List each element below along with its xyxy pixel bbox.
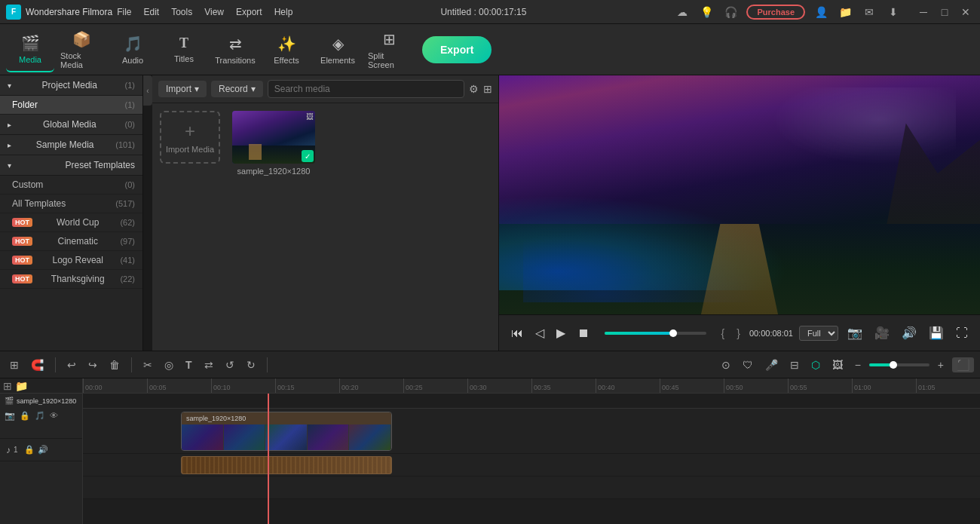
screenshot-icon[interactable]: 📷 — [844, 323, 865, 343]
skip-back-button[interactable]: ⏮ — [508, 323, 526, 343]
menu-export[interactable]: Export — [236, 7, 262, 17]
record-button[interactable]: Record ▾ — [211, 81, 263, 97]
stop-button[interactable]: ⏹ — [574, 323, 593, 343]
custom-item[interactable]: Custom (0) — [0, 176, 142, 195]
cut-button[interactable]: ✂ — [139, 357, 156, 373]
media-thumbnail[interactable]: ✓ 🖼 sample_1920×1280 — [232, 111, 315, 176]
zoom-out-btn[interactable]: − — [851, 357, 865, 373]
lock-track-icon[interactable]: 🔒 — [20, 411, 30, 421]
shield-btn[interactable]: 🛡 — [739, 357, 757, 373]
save-icon[interactable]: 💾 — [926, 323, 947, 343]
speaker-audio-icon[interactable]: 🔊 — [38, 445, 48, 455]
cloud-icon[interactable]: ☁ — [674, 4, 691, 20]
eye-track-icon[interactable]: 👁 — [50, 411, 58, 421]
title-bar: F Wondershare Filmora File Edit Tools Vi… — [0, 0, 980, 24]
download-icon[interactable]: ⬇ — [885, 4, 902, 20]
bracket-out-icon[interactable]: } — [733, 326, 743, 341]
import-media-button[interactable]: + Import Media — [160, 111, 220, 164]
avatar-icon[interactable]: 👤 — [813, 4, 829, 20]
panel-collapse-button[interactable]: ‹ — [143, 75, 152, 106]
menu-tools[interactable]: Tools — [171, 7, 192, 17]
photo-btn[interactable]: 🖼 — [828, 357, 847, 373]
preset-templates-header[interactable]: ▾ Preset Templates — [0, 155, 142, 176]
timeline-toolbar: ⊞ 🧲 ↩ ↪ 🗑 ✂ ◎ T ⇄ ↺ ↻ ⊙ 🛡 🎤 ⊟ ⬡ 🖼 − + ⬛ — [0, 351, 980, 378]
menu-help[interactable]: Help — [274, 7, 293, 17]
world-cup-count: (62) — [120, 218, 135, 227]
project-media-header[interactable]: ▾ Project Media (1) — [0, 75, 142, 96]
playhead[interactable]: ✂ — [268, 394, 269, 524]
progress-bar[interactable] — [605, 332, 706, 335]
text-btn[interactable]: T — [182, 357, 196, 373]
timeline: ⊞ 🧲 ↩ ↪ 🗑 ✂ ◎ T ⇄ ↺ ↻ ⊙ 🛡 🎤 ⊟ ⬡ 🖼 − + ⬛ — [0, 351, 980, 524]
play-button[interactable]: ▶ — [553, 323, 568, 343]
global-media-header[interactable]: ▸ Global Media (0) — [0, 115, 142, 135]
toolbar-titles[interactable]: T Titles — [160, 27, 208, 72]
delete-button[interactable]: 🗑 — [106, 357, 124, 373]
quality-select[interactable]: Full 1/2 1/4 — [799, 326, 838, 341]
import-button[interactable]: Import ▾ — [158, 81, 207, 97]
maximize-button[interactable]: □ — [936, 4, 953, 20]
layout-btn[interactable]: ⊟ — [786, 357, 803, 373]
search-input[interactable] — [268, 80, 464, 98]
transition-btn[interactable]: ⇄ — [201, 357, 217, 373]
headset-icon[interactable]: 🎧 — [722, 4, 739, 20]
toolbar-effects[interactable]: ✨ Effects — [262, 27, 311, 72]
speed-btn[interactable]: ↻ — [243, 357, 259, 373]
all-templates-item[interactable]: All Templates (517) — [0, 195, 142, 213]
zoom-slider[interactable] — [869, 363, 929, 366]
toolbar-split-screen[interactable]: ⊞ Split Screen — [365, 27, 413, 72]
audio-mix-icon[interactable]: 🔊 — [899, 323, 920, 343]
toolbar-media[interactable]: 🎬 Media — [6, 27, 54, 72]
purchase-button[interactable]: Purchase — [746, 5, 805, 20]
timeline-snap-btn[interactable]: 🧲 — [27, 357, 47, 373]
video-clip[interactable]: sample_1920×1280 — [181, 412, 392, 451]
email-icon[interactable]: ✉ — [861, 4, 877, 20]
camera-track-icon[interactable]: 📷 — [5, 411, 15, 421]
toolbar-elements[interactable]: ◈ Elements — [314, 27, 362, 72]
grid-view-icon[interactable]: ⊞ — [483, 83, 492, 95]
camera-icon[interactable]: 🎥 — [871, 323, 893, 343]
world-cup-item[interactable]: HOT World Cup (62) — [0, 213, 142, 232]
logo-reveal-label: Logo Reveal — [53, 255, 103, 265]
logo-reveal-item[interactable]: HOT Logo Reveal (41) — [0, 251, 142, 270]
ai-btn[interactable]: ⬡ — [807, 357, 824, 373]
menu-view[interactable]: View — [204, 7, 224, 17]
timeline-scene-btn[interactable]: ⊞ — [6, 357, 23, 373]
thanksgiving-item[interactable]: HOT Thanksgiving (22) — [0, 270, 142, 289]
toolbar-audio[interactable]: 🎵 Audio — [109, 27, 157, 72]
menu-edit[interactable]: Edit — [144, 7, 160, 17]
lock-audio-icon[interactable]: 🔒 — [24, 445, 35, 455]
folder-icon[interactable]: 📁 — [837, 4, 853, 20]
bracket-in-icon[interactable]: { — [718, 326, 728, 341]
export-button[interactable]: Export — [422, 36, 492, 63]
stock-media-icon: 📦 — [72, 30, 91, 48]
toolbar-transitions[interactable]: ⇄ Transitions — [211, 27, 259, 72]
preview-screen — [499, 75, 980, 314]
rotary-btn[interactable]: ↺ — [222, 357, 238, 373]
undo-button[interactable]: ↩ — [63, 357, 80, 373]
zoom-in-btn[interactable]: + — [934, 357, 948, 373]
bulb-icon[interactable]: 💡 — [698, 4, 715, 20]
toolbar-stock-media[interactable]: 📦 Stock Media — [57, 27, 106, 72]
fit-btn[interactable]: ⬛ — [952, 357, 974, 372]
sample-media-header[interactable]: ▸ Sample Media (101) — [0, 135, 142, 155]
cinematic-item[interactable]: HOT Cinematic (97) — [0, 232, 142, 251]
frame-back-button[interactable]: ◁ — [532, 323, 547, 343]
redo-button[interactable]: ↪ — [84, 357, 101, 373]
mic-btn[interactable]: 🎤 — [761, 357, 782, 373]
crop-btn[interactable]: ◎ — [161, 357, 177, 373]
folder-item[interactable]: Folder (1) — [0, 96, 142, 115]
minimize-button[interactable]: ─ — [915, 4, 932, 20]
fullscreen-icon[interactable]: ⛶ — [953, 323, 971, 343]
close-button[interactable]: ✕ — [957, 4, 974, 20]
global-media-label: Global Media — [43, 119, 96, 130]
add-track-btn[interactable]: ⊞ — [3, 380, 12, 392]
ruler-mark-12: 01:00 — [852, 378, 916, 393]
menu-file[interactable]: File — [117, 7, 131, 17]
audio-track-icon[interactable]: 🎵 — [35, 411, 45, 421]
scene-detect-btn[interactable]: ⊙ — [718, 357, 734, 373]
audio-track-label: ♪ 1 🔒 🔊 — [0, 439, 82, 461]
folder-track-btn[interactable]: 📁 — [15, 380, 28, 392]
filter-icon[interactable]: ⚙ — [469, 83, 479, 95]
audio-clip[interactable] — [181, 456, 392, 474]
